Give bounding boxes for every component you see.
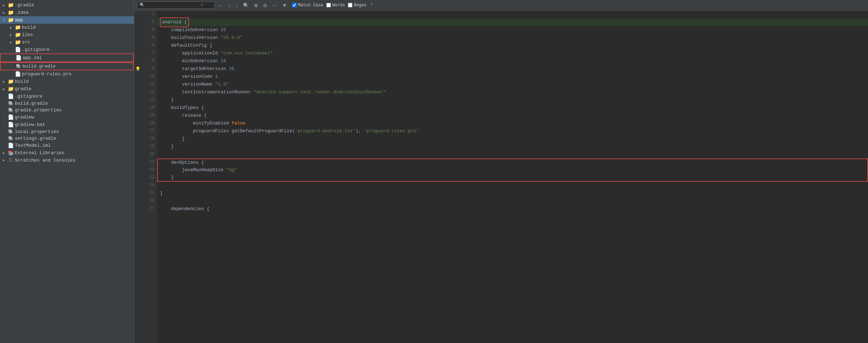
sidebar-item-app[interactable]: ▼📁app bbox=[0, 16, 134, 24]
sidebar-item-ext-lib[interactable]: ▶📚External Libraries bbox=[0, 149, 134, 157]
sidebar-item-textmodel-iml[interactable]: 📄TextModel.iml bbox=[0, 142, 134, 149]
sidebar-item-gitignore-root[interactable]: 📄.gitignore bbox=[0, 93, 134, 100]
gutter-cell-12 bbox=[134, 88, 141, 96]
tree-arrow-gradle[interactable]: ▶ bbox=[3, 3, 8, 7]
sidebar-item-scratches[interactable]: ▶🗒Scratches and Consoles bbox=[0, 157, 134, 164]
search-options-button[interactable]: ⋯ bbox=[271, 2, 279, 9]
tree-arrow-libs[interactable]: ▶ bbox=[10, 33, 15, 37]
tree-icon-ext-lib: 📚 bbox=[8, 150, 13, 156]
line-number-5: 5 bbox=[144, 34, 154, 42]
tree-arrow-ext-lib[interactable]: ▶ bbox=[3, 151, 8, 155]
sidebar-item-libs[interactable]: ▶📁libs bbox=[0, 31, 134, 39]
sidebar-item-build-gradle-app[interactable]: 🐘build.gradle bbox=[0, 62, 134, 70]
tree-label-libs: libs bbox=[22, 32, 33, 37]
tree-label-proguard: proguard-rules.pro bbox=[22, 71, 71, 77]
line-number-15: 15 bbox=[144, 112, 154, 120]
tree-label-gitignore-root: .gitignore bbox=[15, 94, 42, 99]
search-input-wrap[interactable]: 🔍 × bbox=[137, 1, 215, 9]
sidebar-item-proguard[interactable]: 📄proguard-rules.pro bbox=[0, 70, 134, 78]
line-number-8: 8 bbox=[144, 57, 154, 65]
help-button[interactable]: ? bbox=[370, 2, 373, 8]
line-number-2: 2 bbox=[144, 11, 154, 18]
sidebar-item-local-properties[interactable]: 🐘local.properties bbox=[0, 128, 134, 135]
tree-icon-app: 📁 bbox=[8, 17, 13, 23]
tree-label-gradle: .gradle bbox=[15, 2, 34, 8]
clear-search-icon[interactable]: × bbox=[201, 3, 203, 8]
code-line-27: dependencies { bbox=[157, 205, 868, 213]
gutter-cell-7 bbox=[134, 50, 141, 57]
code-line-15: release { bbox=[157, 112, 868, 120]
tree-icon-gitignore-app: 📄 bbox=[15, 47, 20, 53]
tree-icon-build-gradle-app: 🐘 bbox=[16, 64, 21, 69]
tree-arrow-scratches[interactable]: ▶ bbox=[3, 158, 8, 162]
tree-arrow-idea[interactable]: ▶ bbox=[3, 11, 8, 15]
search-options: Match Case Words Regex ? bbox=[292, 2, 373, 8]
gutter-cell-4 bbox=[134, 26, 141, 34]
tree-arrow-build-root[interactable]: ▶ bbox=[3, 80, 8, 84]
tree-label-build-root: build bbox=[15, 79, 29, 84]
tree-arrow-app[interactable]: ▼ bbox=[3, 18, 8, 22]
gutter-cell-15 bbox=[134, 112, 141, 120]
code-line-19: } bbox=[157, 143, 868, 151]
gutter-cell-25 bbox=[134, 190, 141, 197]
sidebar-item-app-iml[interactable]: 📄app.iml bbox=[0, 53, 134, 62]
tree-arrow-build[interactable]: ▶ bbox=[10, 25, 15, 30]
tree-label-gradle-root: gradle bbox=[15, 86, 31, 92]
gutter-cell-20 bbox=[134, 151, 141, 158]
sidebar-item-build[interactable]: ▶📁build bbox=[0, 24, 134, 31]
line-number-20: 20 bbox=[144, 151, 154, 158]
sidebar-item-gradlew[interactable]: 📄gradlew bbox=[0, 114, 134, 121]
sidebar-item-gradle-properties[interactable]: 🐘gradle.properties bbox=[0, 107, 134, 114]
search-up-button[interactable]: ↑ bbox=[227, 2, 232, 9]
search-nav-back-button[interactable]: ← bbox=[217, 2, 225, 9]
code-line-14: buildTypes { bbox=[157, 104, 868, 112]
sidebar-item-build-gradle-root[interactable]: 🐘build.gradle bbox=[0, 100, 134, 107]
gutter-cell-3 bbox=[134, 18, 141, 26]
gutter-cell-9: 💡 bbox=[134, 65, 141, 73]
search-minus-button[interactable]: ⊖ bbox=[262, 2, 269, 9]
gutter-cell-26 bbox=[134, 197, 141, 205]
gutter-cell-22 bbox=[134, 166, 141, 174]
code-line-26 bbox=[157, 197, 868, 205]
line-number-23: 23 bbox=[144, 174, 154, 182]
tree-label-app: app bbox=[15, 17, 23, 23]
gutter-cell-2 bbox=[134, 11, 141, 18]
tree-icon-idea: 📁 bbox=[8, 10, 13, 16]
regex-option[interactable]: Regex bbox=[348, 3, 367, 8]
sidebar-item-idea[interactable]: ▶📁.idea bbox=[0, 9, 134, 16]
tree-label-gradlew-bat: gradlew.bat bbox=[15, 122, 45, 127]
code-line-20 bbox=[157, 151, 868, 158]
gutter-cell-24 bbox=[134, 182, 141, 190]
tree-label-src: src bbox=[22, 40, 30, 45]
words-option[interactable]: Words bbox=[326, 3, 345, 8]
search-down-button[interactable]: ↓ bbox=[234, 2, 239, 9]
tree-icon-gradlew: 📄 bbox=[8, 114, 13, 120]
sidebar-item-build-root[interactable]: ▶📁build bbox=[0, 78, 134, 85]
sidebar-item-gradle-root[interactable]: ▶📁gradle bbox=[0, 85, 134, 93]
sidebar-item-src[interactable]: ▶📁src bbox=[0, 39, 134, 46]
sidebar-item-gitignore-app[interactable]: 📄.gitignore bbox=[0, 46, 134, 53]
tree-icon-libs: 📁 bbox=[15, 32, 20, 38]
tree-label-ext-lib: External Libraries bbox=[15, 150, 64, 156]
tree-arrow-src[interactable]: ▶ bbox=[10, 40, 15, 45]
words-label: Words bbox=[332, 3, 345, 8]
match-case-checkbox[interactable] bbox=[292, 3, 297, 7]
regex-checkbox[interactable] bbox=[348, 3, 352, 7]
search-find-button[interactable]: 🔍 bbox=[242, 2, 250, 9]
search-filter-button[interactable]: ▼ bbox=[281, 2, 289, 9]
tree-icon-build-root: 📁 bbox=[8, 79, 13, 85]
gutter-cell-23 bbox=[134, 174, 141, 182]
tree-icon-gradle-root: 📁 bbox=[8, 86, 13, 92]
line-number-24: 24 bbox=[144, 182, 154, 190]
match-case-option[interactable]: Match Case bbox=[292, 3, 323, 8]
line-number-6: 6 bbox=[144, 42, 154, 50]
sidebar-item-gradle[interactable]: ▶📁.gradle bbox=[0, 1, 134, 9]
code-content[interactable]: android { compileSdkVersion 26 buildTool… bbox=[157, 11, 868, 343]
words-checkbox[interactable] bbox=[326, 3, 331, 7]
search-input[interactable] bbox=[146, 3, 199, 8]
sidebar-item-settings-gradle[interactable]: 🐘settings.gradle bbox=[0, 135, 134, 142]
tree-arrow-gradle-root[interactable]: ▶ bbox=[3, 87, 8, 91]
sidebar-item-gradlew-bat[interactable]: 📄gradlew.bat bbox=[0, 121, 134, 128]
search-add-button[interactable]: ⊕ bbox=[252, 2, 260, 9]
code-line-16: minifyEnabled false bbox=[157, 120, 868, 127]
